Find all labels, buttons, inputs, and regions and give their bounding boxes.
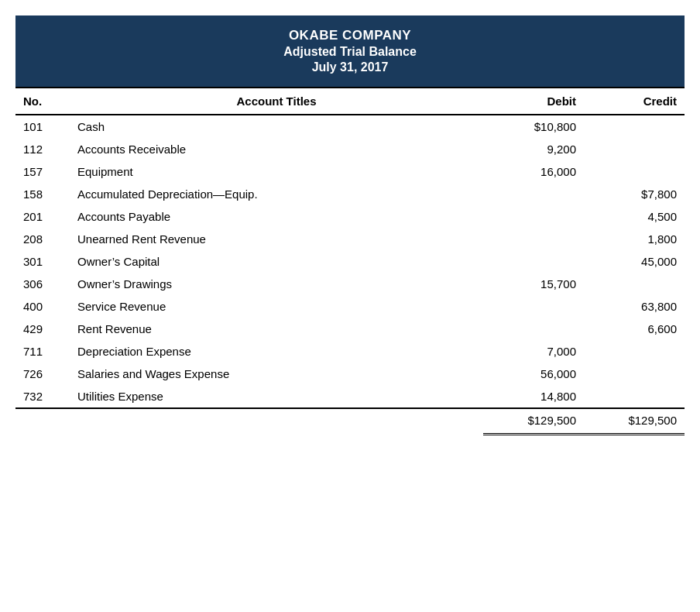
cell-no: 400 bbox=[15, 295, 70, 318]
table-row: 726Salaries and Wages Expense56,000 bbox=[15, 363, 685, 385]
col-header-no: No. bbox=[15, 88, 70, 115]
cell-credit: 63,800 bbox=[584, 295, 685, 318]
cell-credit bbox=[584, 363, 685, 385]
table-row: 732Utilities Expense14,800 bbox=[15, 385, 685, 408]
total-no bbox=[15, 408, 70, 435]
cell-credit bbox=[584, 340, 685, 363]
cell-no: 158 bbox=[15, 183, 70, 205]
cell-credit bbox=[584, 385, 685, 408]
cell-debit bbox=[483, 183, 584, 205]
table-header-row: No. Account Titles Debit Credit bbox=[15, 88, 685, 115]
company-name: OKABE COMPANY bbox=[23, 28, 677, 43]
cell-title: Rent Revenue bbox=[70, 318, 483, 340]
table-row: 101Cash$10,800 bbox=[15, 115, 685, 138]
cell-debit: 9,200 bbox=[483, 138, 584, 160]
cell-debit bbox=[483, 228, 584, 250]
report-header: OKABE COMPANY Adjusted Trial Balance Jul… bbox=[15, 15, 685, 87]
total-row: $129,500$129,500 bbox=[15, 408, 685, 435]
cell-debit bbox=[483, 318, 584, 340]
cell-title: Service Revenue bbox=[70, 295, 483, 318]
cell-debit: $10,800 bbox=[483, 115, 584, 138]
cell-debit: 14,800 bbox=[483, 385, 584, 408]
cell-debit: 56,000 bbox=[483, 363, 584, 385]
col-header-credit: Credit bbox=[584, 88, 685, 115]
col-header-account-titles: Account Titles bbox=[70, 88, 483, 115]
cell-debit bbox=[483, 205, 584, 228]
report-title: Adjusted Trial Balance bbox=[23, 45, 677, 59]
table-row: 400Service Revenue63,800 bbox=[15, 295, 685, 318]
cell-no: 429 bbox=[15, 318, 70, 340]
cell-no: 726 bbox=[15, 363, 70, 385]
table-row: 429Rent Revenue6,600 bbox=[15, 318, 685, 340]
total-title bbox=[70, 408, 483, 435]
cell-debit: 7,000 bbox=[483, 340, 584, 363]
cell-no: 157 bbox=[15, 160, 70, 183]
cell-title: Unearned Rent Revenue bbox=[70, 228, 483, 250]
cell-title: Owner’s Capital bbox=[70, 250, 483, 273]
table-row: 201Accounts Payable4,500 bbox=[15, 205, 685, 228]
cell-no: 201 bbox=[15, 205, 70, 228]
cell-credit bbox=[584, 138, 685, 160]
cell-debit: 15,700 bbox=[483, 273, 584, 295]
cell-debit bbox=[483, 250, 584, 273]
cell-credit bbox=[584, 160, 685, 183]
cell-debit: 16,000 bbox=[483, 160, 584, 183]
cell-no: 112 bbox=[15, 138, 70, 160]
page-container: OKABE COMPANY Adjusted Trial Balance Jul… bbox=[15, 15, 685, 435]
cell-no: 301 bbox=[15, 250, 70, 273]
cell-title: Accounts Payable bbox=[70, 205, 483, 228]
cell-title: Cash bbox=[70, 115, 483, 138]
table-row: 306Owner’s Drawings15,700 bbox=[15, 273, 685, 295]
cell-title: Accumulated Depreciation—Equip. bbox=[70, 183, 483, 205]
total-debit: $129,500 bbox=[483, 408, 584, 435]
cell-credit: 45,000 bbox=[584, 250, 685, 273]
table-row: 157Equipment16,000 bbox=[15, 160, 685, 183]
cell-title: Owner’s Drawings bbox=[70, 273, 483, 295]
table-row: 301Owner’s Capital45,000 bbox=[15, 250, 685, 273]
table-row: 711Depreciation Expense7,000 bbox=[15, 340, 685, 363]
cell-title: Salaries and Wages Expense bbox=[70, 363, 483, 385]
cell-credit: 1,800 bbox=[584, 228, 685, 250]
col-header-debit: Debit bbox=[483, 88, 584, 115]
table-row: 208Unearned Rent Revenue1,800 bbox=[15, 228, 685, 250]
cell-credit: 4,500 bbox=[584, 205, 685, 228]
cell-debit bbox=[483, 295, 584, 318]
cell-no: 711 bbox=[15, 340, 70, 363]
cell-title: Depreciation Expense bbox=[70, 340, 483, 363]
cell-title: Equipment bbox=[70, 160, 483, 183]
report-date: July 31, 2017 bbox=[23, 60, 677, 74]
trial-balance-table: No. Account Titles Debit Credit 101Cash$… bbox=[15, 87, 685, 435]
cell-credit bbox=[584, 273, 685, 295]
table-row: 112Accounts Receivable9,200 bbox=[15, 138, 685, 160]
cell-credit bbox=[584, 115, 685, 138]
cell-no: 306 bbox=[15, 273, 70, 295]
cell-credit: 6,600 bbox=[584, 318, 685, 340]
total-credit: $129,500 bbox=[584, 408, 685, 435]
cell-no: 101 bbox=[15, 115, 70, 138]
cell-title: Utilities Expense bbox=[70, 385, 483, 408]
table-row: 158Accumulated Depreciation—Equip.$7,800 bbox=[15, 183, 685, 205]
cell-title: Accounts Receivable bbox=[70, 138, 483, 160]
cell-no: 732 bbox=[15, 385, 70, 408]
cell-no: 208 bbox=[15, 228, 70, 250]
cell-credit: $7,800 bbox=[584, 183, 685, 205]
